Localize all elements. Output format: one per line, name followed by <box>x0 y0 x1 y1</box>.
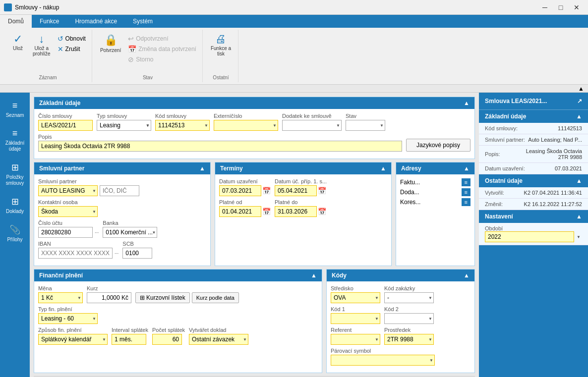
parovaci-symbol-input[interactable] <box>331 355 435 366</box>
iban-input[interactable] <box>38 248 113 259</box>
kurz-label: Kurz <box>87 285 131 291</box>
rp-nastaveni-header[interactable]: Nastavení ▲ <box>479 210 588 223</box>
smluvni-partner-panel: Smluvní partner ▲ Smluvní partner ▼ <box>34 162 211 266</box>
check-icon: ✓ <box>13 34 22 45</box>
minimize-button[interactable]: ─ <box>537 2 552 12</box>
form-row-popis: Popis Jazykové popisy <box>38 134 470 152</box>
zmena-data-button[interactable]: 📅 Změna data potvrzení <box>126 44 198 54</box>
referent-input[interactable] <box>331 334 380 345</box>
kurz-input[interactable] <box>87 292 131 303</box>
kod-smlouvy-input[interactable] <box>155 120 210 131</box>
typ-smlouvy-input[interactable] <box>97 120 151 131</box>
k-row-3: Referent ▼ Prostředek ▼ <box>331 327 470 345</box>
sidebar-item-zakladni-udaje[interactable]: ≡ Základníúdaje <box>0 124 30 156</box>
potvrzeni-label: Potvrzení <box>100 48 121 53</box>
mena-input[interactable] <box>38 292 83 303</box>
popis-input[interactable] <box>38 141 402 152</box>
kurzovni-listek-button[interactable]: ⊞ Kurzovní lístek <box>135 292 190 303</box>
sidebar-item-doklady[interactable]: ⊞ Doklady <box>0 192 30 218</box>
mena-label: Měna <box>38 285 83 291</box>
cislo-uctu-input[interactable] <box>38 227 93 238</box>
odpotvrzeni-button[interactable]: ↩ Odpotvrzení <box>126 34 198 44</box>
cal-icon-1[interactable]: 📅 <box>262 187 271 195</box>
funkce-tisk-button[interactable]: 🖨 Funkce atisk <box>208 32 234 58</box>
field-typ-smlouvy: Typ smlouvy ▼ <box>97 113 151 131</box>
tab-funkce[interactable]: Funkce <box>32 15 67 28</box>
rp-vytvoril-value: K2 07.04.2021 11:36:41 <box>524 190 582 196</box>
zpusob-input[interactable] <box>38 334 108 345</box>
collapse-bar[interactable]: ▲ <box>0 84 588 92</box>
cislo-uctu-label: Číslo účtu <box>38 220 99 226</box>
platne-od-input[interactable] <box>219 206 261 217</box>
obnovit-button[interactable]: ↺ Obnovit <box>56 34 88 44</box>
right-panel-ostatni-udaje: Ostatní údaje ▲ Vytvořil: K2 07.04.2021 … <box>479 174 588 210</box>
rp-ostatni-header[interactable]: Ostatní údaje ▲ <box>479 174 588 187</box>
kurz-podle-data-button[interactable]: Kurz podle data <box>192 292 239 303</box>
kod2-input[interactable] <box>384 313 434 324</box>
sidebar-item-prilohy[interactable]: 📎 Přílohy <box>0 220 30 247</box>
datum-uzavreni-label: Datum uzavření <box>219 178 271 184</box>
rp-zakladni-header[interactable]: Základní údaje ▲ <box>479 110 588 123</box>
typ-fin-plneni-input[interactable] <box>38 313 98 324</box>
zakladni-udaje-header[interactable]: Základní údaje ▲ <box>34 97 474 109</box>
potvrzeni-button[interactable]: 🔒 Potvrzení <box>97 32 124 55</box>
kod1-input[interactable] <box>331 313 380 324</box>
external-link-icon[interactable]: ↗ <box>577 98 582 105</box>
maximize-button[interactable]: □ <box>553 2 568 12</box>
prostredek-input[interactable] <box>384 334 434 345</box>
partner-input[interactable] <box>38 185 98 196</box>
uloz-button[interactable]: ✓ Ulož <box>8 32 28 53</box>
field-stredisko: Středisko ▼ <box>331 285 380 303</box>
storno-button[interactable]: ⊘ Storno <box>126 54 198 64</box>
sidebar-item-seznam[interactable]: ≡ Seznam <box>0 97 30 122</box>
sidebar-item-polozky-smlouvy[interactable]: ⊞ Položkysmlouvy <box>0 158 30 190</box>
tab-domu[interactable]: Domů <box>0 15 32 28</box>
kody-header[interactable]: Kódy ▲ <box>327 269 474 281</box>
app-icon <box>4 3 12 11</box>
banka-input[interactable] <box>103 227 157 238</box>
dodatek-input[interactable] <box>282 120 342 131</box>
collapse-icon: ▲ <box>578 85 584 92</box>
financni-plneni-header[interactable]: Finanční plnění ▲ <box>34 269 322 281</box>
adresy-header[interactable]: Adresy ▲ <box>396 162 474 174</box>
adresy-doda-row: Doda... ≡ <box>400 188 470 196</box>
faktu-edit-button[interactable]: ≡ <box>462 178 470 186</box>
platne-do-input[interactable] <box>275 206 317 217</box>
datum-uc-prip-input[interactable] <box>275 185 317 196</box>
cal-icon-2[interactable]: 📅 <box>318 187 326 195</box>
doda-edit-button[interactable]: ≡ <box>462 188 470 196</box>
middle-section: Smluvní partner ▲ Smluvní partner ▼ <box>34 162 475 266</box>
field-kod-smlouvy: Kód smlouvy ▼ <box>155 113 210 131</box>
vytvaretdoklad-input[interactable] <box>189 334 248 345</box>
externi-cislo-input[interactable] <box>214 120 278 131</box>
cal-icon-3[interactable]: 📅 <box>262 208 271 215</box>
smluvni-partner-header[interactable]: Smluvní partner ▲ <box>34 162 210 174</box>
uloz-label: Ulož <box>13 46 23 51</box>
zrusit-button[interactable]: ✕ Zrušit <box>56 44 88 54</box>
ribbon-group-zaznam-items: ✓ Ulož ↓ Ulož aprohlíže ↺ Obnovit ✕ Zruš… <box>8 30 88 72</box>
field-scb: SCB <box>122 241 152 259</box>
cal-icon-4[interactable]: 📅 <box>318 208 326 215</box>
terminy-header[interactable]: Termíny ▲ <box>215 162 391 174</box>
rp-obdobi-input[interactable] <box>485 231 574 242</box>
scb-input[interactable] <box>122 248 152 259</box>
close-button[interactable]: ✕ <box>569 2 584 12</box>
tab-hromadne-akce[interactable]: Hromadné akce <box>67 15 125 28</box>
kod-zakazky-input[interactable] <box>384 292 434 303</box>
stav-input[interactable] <box>346 120 385 131</box>
pocet-input[interactable] <box>152 334 182 345</box>
rp-zakladni-title: Základní údaje <box>485 113 526 120</box>
kores-edit-button[interactable]: ≡ <box>462 198 470 206</box>
cislo-smlouvy-input[interactable] <box>38 120 93 131</box>
kontaktni-osoba-input[interactable] <box>38 206 98 217</box>
datum-uzavreni-input[interactable] <box>219 185 261 196</box>
tab-system[interactable]: Systém <box>125 15 161 28</box>
jazykove-popisy-button[interactable]: Jazykové popisy <box>406 139 470 152</box>
uloz-prohlizej-button[interactable]: ↓ Ulož aprohlíže <box>30 32 54 58</box>
ico-dic-input[interactable] <box>100 185 139 196</box>
rp-datum-label: Datum uzavření: <box>485 165 525 171</box>
stredisko-input[interactable] <box>331 292 380 303</box>
ribbon-tabs: Domů Funkce Hromadné akce Systém <box>0 15 588 28</box>
interval-input[interactable] <box>112 334 146 345</box>
odpotvrzeni-label: Odpotvrzení <box>136 35 168 42</box>
